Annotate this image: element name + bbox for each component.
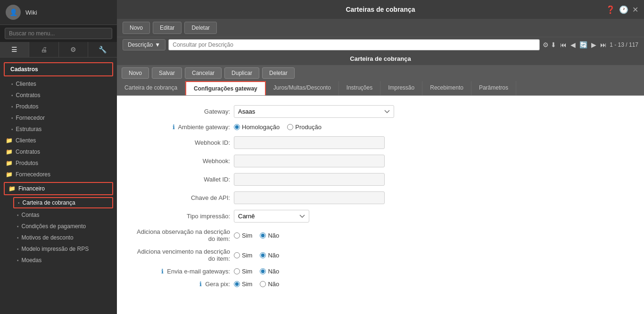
vencimento-control: Sim Não [234, 252, 394, 259]
webhook-input[interactable]: https://1 ok-pagamen... [234, 155, 385, 167]
sidebar-folder-produtos[interactable]: 📁 Produtos [0, 157, 117, 169]
sidebar-list-icon[interactable]: ☰ [0, 42, 29, 57]
obs-descricao-nao-radio[interactable] [260, 232, 266, 239]
pag-refresh-btn[interactable]: 🔄 [578, 41, 588, 49]
tab-carteira-cobranca[interactable]: Carteira de cobrança [117, 81, 185, 95]
sidebar-item-contas[interactable]: Contas [0, 209, 117, 221]
pag-first-btn[interactable]: ⏮ [559, 41, 568, 49]
email-gateways-sim-radio[interactable] [234, 268, 240, 274]
chave-api-input[interactable]: 6725 BlbjMS... [234, 191, 385, 204]
chave-api-row: Chave de API: 6725 BlbjMS... [136, 191, 625, 204]
filter-search-input[interactable] [168, 39, 540, 50]
tab-recebimento[interactable]: Recebimento [422, 81, 471, 95]
gera-pix-sim-option[interactable]: Sim [234, 281, 252, 288]
pag-next-btn[interactable]: ▶ [590, 41, 597, 49]
gera-pix-label-text: Gera pix: [205, 281, 230, 288]
gera-pix-nao-radio[interactable] [260, 281, 266, 287]
form-header: Carteira de cobrança [117, 52, 644, 65]
webhook-control: https://1 ok-pagamen... [234, 155, 394, 167]
vencimento-nao-option[interactable]: Não [260, 252, 279, 259]
sidebar-item-clientes[interactable]: Clientes [0, 78, 117, 90]
novo-button[interactable]: Novo [123, 22, 150, 34]
avatar: 👤 [6, 5, 21, 20]
tab-juros-multas-desconto[interactable]: Juros/Multas/Desconto [266, 81, 339, 95]
tipo-impressao-select[interactable]: Carnê Boleto Fatura [234, 210, 309, 223]
email-gateways-nao-option[interactable]: Não [260, 268, 279, 275]
pagination: ⏮ ◀ 🔄 ▶ ⏭ 1 - 13 / 117 [559, 41, 638, 49]
sidebar-item-condicoes-pagamento[interactable]: Condições de pagamento [0, 221, 117, 232]
obs-descricao-nao-option[interactable]: Não [260, 232, 279, 239]
ambiente-homologacao-radio[interactable] [234, 124, 240, 130]
gera-pix-sim-label: Sim [242, 281, 252, 288]
filter-description-arrow: ▼ [155, 41, 160, 48]
folder-produtos-icon: 📁 [6, 160, 13, 166]
chave-api-label: Chave de API: [136, 194, 230, 201]
close-icon[interactable]: ✕ [632, 5, 638, 14]
sidebar-item-moedas[interactable]: Moedas [0, 255, 117, 266]
webhook-id-input[interactable]: 3ea2 5f30 [234, 136, 385, 149]
nav-section-financeiro-title[interactable]: 📁 Financeiro [4, 182, 113, 195]
ambiente-homologacao-option[interactable]: Homologação [234, 124, 280, 131]
ambiente-producao-radio[interactable] [287, 124, 293, 130]
vencimento-sim-radio[interactable] [234, 252, 240, 258]
pag-prev-btn[interactable]: ◀ [570, 41, 577, 49]
filter-settings-icon[interactable]: ⚙ [543, 41, 549, 49]
vencimento-sim-option[interactable]: Sim [234, 252, 252, 259]
sidebar-item-motivos-desconto[interactable]: Motivos de desconto [0, 232, 117, 243]
ambiente-control: Homologação Produção [234, 124, 394, 131]
tab-instrucoes[interactable]: Instruções [339, 81, 380, 95]
sidebar-item-produtos[interactable]: Produtos [0, 101, 117, 112]
form-toolbar: Novo Salvar Cancelar Duplicar Deletar [117, 65, 644, 81]
tab-configuracoes-gateway[interactable]: Configurações gateway [185, 81, 266, 95]
sidebar-folder-contratos[interactable]: 📁 Contratos [0, 146, 117, 157]
wallet-id-input[interactable]: c0( 394d8 [234, 173, 385, 186]
sidebar-gear-icon[interactable]: ⚙ [59, 42, 88, 57]
top-bar: Carteiras de cobrança ❓ 🕐 ✕ [117, 0, 644, 19]
gateway-label: Gateway: [136, 108, 230, 115]
sidebar-item-modelo-impressao-rps[interactable]: Modelo impressão de RPS [0, 243, 117, 255]
nav-section-cadastros: Cadastros Clientes Contratos Produtos Fo… [0, 62, 117, 180]
vencimento-label: Adiciona vencimento na descrição do item… [136, 248, 230, 262]
gateway-select[interactable]: Asaas PagSeguro Cielo [234, 105, 394, 118]
filter-download-icon[interactable]: ⬇ [551, 41, 556, 49]
form-salvar-button[interactable]: Salvar [152, 67, 182, 79]
obs-descricao-sim-label: Sim [242, 232, 252, 239]
window-title: Carteiras de cobrança [346, 6, 415, 13]
tab-parametros[interactable]: Parâmetros [471, 81, 516, 95]
deletar-button[interactable]: Deletar [184, 22, 217, 34]
filter-description-dropdown[interactable]: Descrição ▼ [123, 39, 165, 50]
filter-description-label: Descrição [128, 41, 153, 48]
webhook-id-row: Webhook ID: 3ea2 5f30 [136, 136, 625, 149]
wallet-id-label: Wallet ID: [136, 176, 230, 183]
wallet-id-row: Wallet ID: c0( 394d8 [136, 173, 625, 186]
email-gateways-sim-option[interactable]: Sim [234, 268, 252, 275]
vencimento-nao-radio[interactable] [260, 252, 266, 258]
ambiente-producao-label: Produção [295, 124, 322, 131]
history-icon[interactable]: 🕐 [619, 5, 628, 14]
sidebar-print-icon[interactable]: 🖨 [29, 42, 58, 57]
sidebar-folder-fornecedores[interactable]: 📁 Fornecedores [0, 169, 117, 180]
form-novo-button[interactable]: Novo [122, 67, 149, 79]
email-gateways-nao-radio[interactable] [260, 268, 266, 274]
form-cancelar-button[interactable]: Cancelar [185, 67, 222, 79]
gera-pix-sim-radio[interactable] [234, 281, 240, 287]
sidebar-item-estruturas[interactable]: Estruturas [0, 124, 117, 135]
form-duplicar-button[interactable]: Duplicar [224, 67, 259, 79]
sidebar-wrench-icon[interactable]: 🔧 [88, 42, 117, 57]
filter-bar: Descrição ▼ ⚙ ⬇ ⏮ ◀ 🔄 ▶ ⏭ 1 - 13 / 117 [117, 37, 644, 52]
ambiente-producao-option[interactable]: Produção [287, 124, 322, 131]
pag-last-btn[interactable]: ⏭ [599, 41, 608, 49]
tab-impressao[interactable]: Impressão [380, 81, 422, 95]
editar-button[interactable]: Editar [153, 22, 182, 34]
search-input[interactable] [5, 28, 112, 39]
sidebar-folder-clientes[interactable]: 📁 Clientes [0, 135, 117, 146]
sidebar-item-fornecedor[interactable]: Fornecedor [0, 112, 117, 124]
help-icon[interactable]: ❓ [606, 5, 615, 14]
obs-descricao-sim-option[interactable]: Sim [234, 232, 252, 239]
gera-pix-nao-option[interactable]: Não [260, 281, 279, 288]
sidebar-item-carteira-cobranca[interactable]: Carteira de cobrança [13, 197, 113, 208]
sidebar-item-contratos[interactable]: Contratos [0, 90, 117, 101]
obs-descricao-sim-radio[interactable] [234, 232, 240, 239]
form-deletar-button[interactable]: Deletar [262, 67, 295, 79]
sidebar-username: Wiki [25, 9, 37, 16]
